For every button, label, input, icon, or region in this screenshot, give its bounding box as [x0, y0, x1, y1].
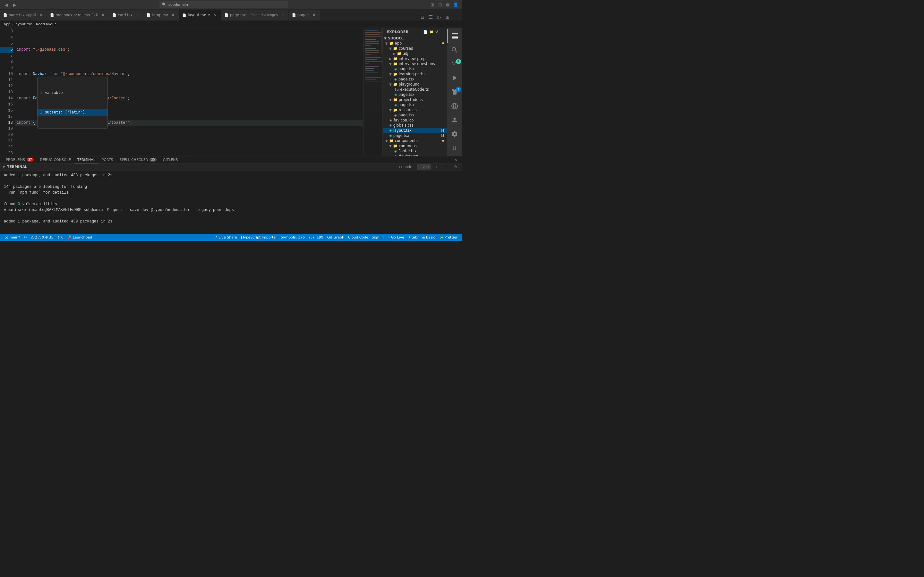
sidebar-item-navbar-tsx[interactable]: ◈ Navbar.tsx [383, 153, 447, 156]
sidebar-item-playground-page[interactable]: ◈ page.tsx [383, 92, 447, 97]
status-live-share[interactable]: ↗ Live Share [213, 234, 239, 241]
terminal-split-button[interactable]: ⊟ [443, 164, 449, 169]
sidebar-item-learning-paths[interactable]: ▼ 📁 learning-paths [383, 71, 447, 77]
breadcrumb-layout-tsx[interactable]: layout.tsx [15, 22, 32, 26]
panel-tab-gitlens[interactable]: GITLENS [160, 156, 181, 163]
refresh-icon[interactable]: ↺ [435, 30, 438, 34]
tab-lamp-tsx[interactable]: 📄 lamp.tsx × [144, 10, 179, 21]
activity-remote[interactable] [447, 99, 462, 113]
terminal-trash-button[interactable]: 🗑 [452, 164, 459, 169]
tab-close-button[interactable]: × [38, 13, 43, 18]
sidebar-item-project-ideas[interactable]: ▼ 📁 project-ideas [383, 97, 447, 102]
activity-accounts[interactable] [447, 113, 462, 127]
activity-explorer[interactable] [447, 29, 462, 43]
search-bar[interactable]: 🔍 subdomain [160, 1, 288, 8]
sidebar-item-favicon[interactable]: ★ favicon.ico [383, 118, 447, 123]
activity-run-debug[interactable] [447, 71, 462, 85]
panel-tab-debug-console[interactable]: DEBUG CONSOLE [37, 156, 74, 163]
collapse-all-icon[interactable]: ⊟ [439, 30, 443, 34]
tab-close-button[interactable]: × [135, 13, 140, 18]
sidebar-item-layout-tsx[interactable]: ◈ layout.tsx M [383, 128, 447, 133]
panel-more-button[interactable]: ··· [181, 157, 188, 163]
sidebar-item-project-ideas-page[interactable]: ◈ page.tsx [383, 102, 447, 107]
panel-tab-problems[interactable]: PROBLEMS 37 [3, 156, 37, 163]
sidebar-item-app[interactable]: ▼ 📁 app [383, 41, 447, 46]
sidebar-item-courses[interactable]: ▼ 📁 courses [383, 46, 447, 51]
breadcrumb-rootlayout[interactable]: RootLayout [36, 22, 56, 26]
terminal-new-button[interactable]: + [433, 164, 440, 169]
tab-close-button[interactable]: × [213, 13, 218, 18]
panel-tab-ports[interactable]: PORTS [99, 156, 116, 163]
tab-page-tsx-app[interactable]: 📄 page.tsx app M × [0, 10, 47, 21]
activity-json[interactable]: {} [447, 141, 462, 155]
status-go-live[interactable]: ⚡ Go Live [386, 234, 406, 241]
activity-search[interactable] [447, 43, 462, 57]
status-prettier[interactable]: ✨ Prettier [437, 234, 459, 241]
layout-icon[interactable]: ⊞ [429, 2, 436, 8]
sidebar-item-execute-code[interactable]: TS executeCode.ts [383, 87, 447, 92]
nav-back-button[interactable]: ◀ [3, 2, 10, 8]
tab-layout-tsx[interactable]: 📄 layout.tsx M × [179, 10, 221, 21]
sidebar-item-udj[interactable]: ▶ 📁 udj [383, 51, 447, 56]
tab-macbook-scroll[interactable]: 📄 macbook-scroll.tsx 1, U × [47, 10, 109, 21]
sidebar-item-resources-page[interactable]: ◈ page.tsx [383, 113, 447, 118]
sidebar-item-interview-questions-page[interactable]: ◈ page.tsx [383, 66, 447, 71]
status-cloud-code[interactable]: Cloud Code · Sign in [346, 234, 386, 241]
sidebar-item-commons[interactable]: ▼ 📁 commons [383, 143, 447, 148]
status-errors[interactable]: ⚠ 2 △ 0 ⊙ 35 [29, 234, 55, 241]
completion-item-subsets[interactable]: Isubsets: ["latin"], [37, 109, 107, 116]
prettier-icon: ✨ [439, 235, 444, 239]
panel-tab-terminal[interactable]: TERMINAL [74, 156, 99, 163]
tab-close-button[interactable]: × [312, 13, 317, 18]
sidebar-item-playground[interactable]: ▼ 📁 playground [383, 82, 447, 87]
sidebar-item-interview-questions[interactable]: ▼ 📁 interview-questions [383, 61, 447, 66]
editor-area[interactable]: 345 6 789 101112 131415 1617 18 192021 2… [0, 28, 383, 156]
editor-layout-button[interactable]: ⊞ [444, 13, 451, 21]
status-launchpad[interactable]: 🚀 Launchpad [65, 234, 94, 241]
nav-forward-button[interactable]: ▶ [11, 2, 18, 8]
fullscreen-icon[interactable]: ⊠ [445, 2, 451, 8]
activity-source-control[interactable]: 7 [447, 57, 462, 71]
status-line-col[interactable]: {.}: 199 [307, 234, 325, 241]
code-editor[interactable]: import "./globals.css"; import Navbar fr… [15, 28, 363, 156]
split-icon[interactable]: ⊟ [437, 2, 443, 8]
terminal-zsh[interactable]: ⊡ zsh [417, 164, 431, 169]
new-file-icon[interactable]: 📄 [423, 30, 428, 34]
file-icon: ◈ [394, 77, 397, 81]
split-editor-button[interactable]: ⊟ [419, 13, 426, 21]
run-button[interactable]: ▷ [436, 13, 443, 21]
tab-close-button[interactable]: × [100, 13, 105, 18]
tab-page-tsx-code-challenges[interactable]: 📄 page.tsx .../code-challenges × [221, 10, 289, 21]
terminal-node[interactable]: ⊡ node [397, 164, 414, 169]
sidebar-item-page-tsx[interactable]: ◈ page.tsx M [383, 133, 447, 138]
tab-close-button[interactable]: × [280, 13, 285, 18]
status-git-graph[interactable]: Git Graph [325, 234, 346, 241]
status-git-push[interactable]: ↕ 0 [55, 234, 65, 241]
sidebar-item-interview-prep[interactable]: ▶ 📁 interview-prep [383, 56, 447, 61]
panel-close-button[interactable]: × [453, 157, 459, 163]
activity-settings[interactable] [447, 127, 462, 141]
panel-tab-spell-checker[interactable]: SPELL CHECKER 35 [116, 156, 160, 163]
account-icon[interactable]: 👤 [452, 2, 459, 8]
sidebar-item-components[interactable]: ▼ 📁 components [383, 138, 447, 143]
sidebar-item-globals-css[interactable]: ◈ globals.css [383, 123, 447, 128]
status-tabnine[interactable]: ⚡ tabnine basic [406, 234, 437, 241]
new-folder-icon[interactable]: 📁 [429, 30, 434, 34]
sidebar-item-footer-tsx[interactable]: ◈ Footer.tsx [383, 148, 447, 153]
sidebar-root[interactable]: ▼ SUBDO... [383, 36, 447, 41]
status-sync[interactable]: ↻ [22, 234, 29, 241]
sidebar-item-resources[interactable]: ▼ 📁 resources [383, 107, 447, 113]
sidebar-item-learning-paths-page[interactable]: ◈ page.tsx [383, 77, 447, 82]
terminal-prompt: ● barimakofiasante@BARIMAKANTEsMBP subdo… [4, 207, 458, 213]
more-actions-button[interactable]: ··· [452, 13, 459, 21]
breadcrumb-toggle-button[interactable]: ☰ [427, 13, 435, 21]
completion-item-variable[interactable]: Ivariable [37, 89, 107, 97]
terminal-content[interactable]: added 1 package, and audited 438 package… [0, 171, 462, 234]
activity-extensions[interactable]: 3 [447, 85, 462, 99]
breadcrumb-app[interactable]: app [4, 22, 11, 26]
status-branch[interactable]: ⎇ main* [3, 234, 22, 241]
tab-close-button[interactable]: × [170, 13, 176, 18]
status-ts-importer[interactable]: [TypeScript Importer]: Symbols: 176 [239, 234, 307, 241]
tab-card-tsx[interactable]: 📄 card.tsx × [109, 10, 144, 21]
tab-page-t[interactable]: 📄 page.t × [289, 10, 320, 21]
